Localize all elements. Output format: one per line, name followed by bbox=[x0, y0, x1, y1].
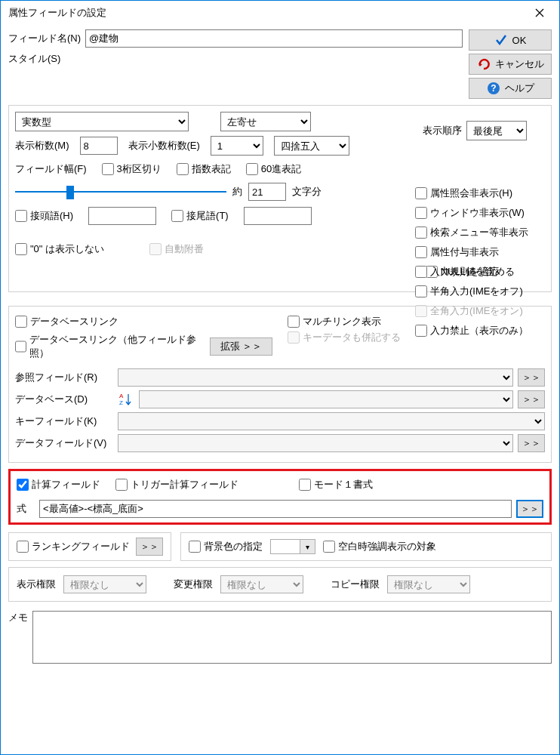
svg-text:A: A bbox=[119, 393, 124, 399]
ref-field-more-button[interactable]: ＞＞ bbox=[518, 368, 545, 387]
decimal-digits-select[interactable]: 1 bbox=[211, 136, 263, 156]
hide-zero-checkbox[interactable]: "0" は表示しない bbox=[15, 242, 104, 256]
display-order-label: 表示順序 bbox=[423, 124, 462, 137]
db-link-checkbox[interactable]: データベースリンク bbox=[15, 315, 272, 328]
change-perm-select[interactable]: 権限なし bbox=[220, 575, 303, 593]
svg-text:?: ? bbox=[491, 83, 496, 94]
rounding-select[interactable]: 四捨五入 bbox=[274, 136, 349, 156]
help-icon: ? bbox=[487, 82, 500, 95]
suffix-checkbox[interactable]: 接尾語(T) bbox=[171, 209, 229, 223]
ranking-checkbox[interactable]: ランキングフィールド bbox=[17, 540, 130, 553]
data-field-select[interactable] bbox=[118, 434, 513, 452]
mode1-checkbox[interactable]: モード１書式 bbox=[299, 478, 373, 492]
auto-number-checkbox: 自動附番 bbox=[149, 242, 204, 256]
data-field-label: データフィールド(V) bbox=[15, 436, 113, 450]
key-field-select[interactable] bbox=[118, 412, 545, 430]
display-digits-label: 表示桁数(M) bbox=[15, 139, 69, 153]
hide-search-menu-checkbox[interactable]: 検索メニュー等非表示 bbox=[415, 226, 528, 239]
memo-textarea[interactable] bbox=[32, 611, 552, 664]
window-title: 属性フィールドの設定 bbox=[8, 6, 106, 20]
undo-icon bbox=[477, 57, 491, 71]
chars-suffix-label: 文字分 bbox=[292, 185, 322, 199]
close-icon bbox=[535, 8, 544, 17]
bgcolor-checkbox[interactable]: 背景色の指定 bbox=[189, 540, 263, 553]
calc-section-highlight: 計算フィールド トリガー計算フィールド モード１書式 式 ＞＞ bbox=[8, 469, 552, 525]
type-select[interactable]: 実数型 bbox=[15, 112, 189, 131]
formula-label: 式 bbox=[17, 502, 35, 516]
database-more-button[interactable]: ＞＞ bbox=[518, 390, 545, 408]
database-label: データベース(D) bbox=[15, 393, 113, 406]
display-perm-label: 表示権限 bbox=[17, 578, 56, 591]
blank-emphasis-checkbox[interactable]: 空白時強調表示の対象 bbox=[323, 540, 436, 553]
full-width-checkbox: 全角入力(IMEをオン) bbox=[415, 304, 528, 318]
copy-perm-label: コピー権限 bbox=[331, 578, 380, 591]
sort-az-icon[interactable]: AZ bbox=[118, 391, 134, 408]
close-button[interactable] bbox=[523, 2, 556, 23]
input-disabled-checkbox[interactable]: 入力禁止（表示のみ） bbox=[415, 324, 528, 337]
style-label: スタイル(S) bbox=[8, 52, 60, 66]
hide-attr-assign-checkbox[interactable]: 属性付与非表示 bbox=[415, 245, 528, 259]
copy-perm-select[interactable]: 権限なし bbox=[387, 575, 470, 593]
prefix-checkbox[interactable]: 接頭語(H) bbox=[15, 209, 73, 223]
formula-input[interactable] bbox=[39, 500, 512, 518]
exp-checkbox[interactable]: 指数表記 bbox=[177, 162, 231, 176]
hide-window-checkbox[interactable]: ウィンドウ非表示(W) bbox=[415, 206, 528, 220]
ref-field-select[interactable] bbox=[118, 368, 513, 387]
key-field-label: キーフィールド(K) bbox=[15, 414, 113, 428]
expand-ext-button[interactable]: 拡張 ＞＞ bbox=[210, 337, 272, 356]
formula-more-button[interactable]: ＞＞ bbox=[516, 500, 543, 518]
ranking-more-button[interactable]: ＞＞ bbox=[136, 538, 163, 556]
titlebar: 属性フィールドの設定 bbox=[1, 1, 559, 25]
check-icon bbox=[494, 33, 508, 47]
field-name-input[interactable] bbox=[85, 29, 463, 48]
display-perm-select[interactable]: 権限なし bbox=[63, 575, 146, 593]
prefix-input[interactable] bbox=[88, 207, 156, 225]
bgcolor-swatch[interactable] bbox=[270, 539, 300, 554]
change-perm-label: 変更権限 bbox=[174, 578, 213, 591]
data-field-more-button[interactable]: ＞＞ bbox=[518, 434, 545, 452]
field-name-label: フィールド名(N) bbox=[8, 32, 81, 45]
memo-label: メモ bbox=[8, 611, 28, 624]
ref-field-label: 参照フィールド(R) bbox=[15, 371, 113, 384]
calc-field-checkbox[interactable]: 計算フィールド bbox=[17, 478, 100, 492]
base60-checkbox[interactable]: 60進表記 bbox=[246, 162, 301, 176]
cancel-button[interactable]: キャンセル bbox=[469, 54, 552, 75]
apply-input-rule-checkbox[interactable]: 入力規則を適応 bbox=[415, 265, 528, 279]
decimal-digits-label: 表示小数桁数(E) bbox=[128, 139, 200, 153]
database-select[interactable] bbox=[139, 390, 513, 408]
width-slider[interactable] bbox=[15, 184, 226, 199]
field-width-label: フィールド幅(F) bbox=[15, 162, 87, 176]
ok-button[interactable]: OK bbox=[469, 29, 552, 51]
trigger-calc-checkbox[interactable]: トリガー計算フィールド bbox=[115, 478, 238, 492]
help-button[interactable]: ? ヘルプ bbox=[469, 78, 552, 99]
half-width-checkbox[interactable]: 半角入力(IMEをオフ) bbox=[415, 285, 528, 298]
chars-input[interactable] bbox=[248, 183, 286, 201]
approx-label: 約 bbox=[232, 185, 242, 199]
display-order-select[interactable]: 最後尾 bbox=[466, 121, 527, 140]
db-link-other-checkbox[interactable]: データベースリンク（他フィールド参照） bbox=[15, 333, 201, 360]
display-digits-input[interactable] bbox=[80, 137, 118, 155]
hide-attr-query-checkbox[interactable]: 属性照会非表示(H) bbox=[415, 186, 528, 200]
align-select[interactable]: 左寄せ bbox=[220, 112, 311, 131]
bgcolor-dropdown[interactable]: ▾ bbox=[300, 539, 315, 554]
suffix-input[interactable] bbox=[244, 207, 312, 225]
sep3-checkbox[interactable]: 3桁区切り bbox=[102, 162, 162, 176]
svg-text:Z: Z bbox=[119, 399, 123, 406]
